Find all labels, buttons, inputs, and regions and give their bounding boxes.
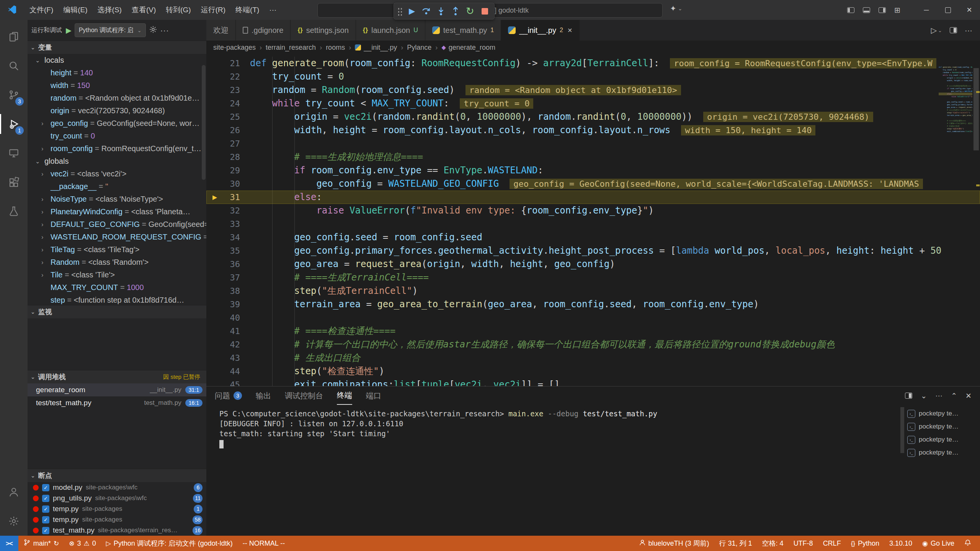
scrollbar-thumb[interactable] bbox=[973, 68, 979, 150]
editor-scrollbar[interactable] bbox=[972, 54, 980, 386]
variable-row[interactable]: height = 140 bbox=[28, 67, 206, 79]
minimap[interactable]: def generate_room(room_config: RoomReque… bbox=[939, 54, 972, 386]
variable-row[interactable]: random = <Random object at 0x1bf9d01e… bbox=[28, 92, 206, 104]
variable-row[interactable]: ›Random = <class 'Random'> bbox=[28, 256, 206, 269]
eol[interactable]: CRLF bbox=[818, 536, 846, 551]
remote-explorer-icon[interactable] bbox=[0, 139, 28, 168]
editor-tab[interactable]: __init__.py2✕ bbox=[501, 20, 580, 41]
panel-tab[interactable]: 调试控制台 bbox=[285, 386, 323, 405]
variable-row[interactable]: ›NoiseType = <class 'NoiseType'> bbox=[28, 193, 206, 205]
debug-restart-button[interactable]: ↻ bbox=[464, 5, 477, 18]
variable-row[interactable]: ›TileTag = <class 'TileTag'> bbox=[28, 243, 206, 256]
tab-close-icon[interactable]: ✕ bbox=[567, 27, 572, 34]
variables-group[interactable]: ⌄globals bbox=[28, 155, 206, 168]
code-line[interactable]: 44 step("检查连通性") bbox=[206, 365, 980, 378]
breadcrumb-item[interactable]: rooms bbox=[326, 44, 345, 52]
variable-row[interactable]: ›PlanetaryWindConfig = <class 'Planeta… bbox=[28, 205, 206, 218]
variable-row[interactable]: width = 150 bbox=[28, 79, 206, 92]
debug-config-dropdown[interactable]: Python 调试程序: 启 ⌄ bbox=[75, 23, 146, 37]
breakpoint-row[interactable]: ✓png_utils.pysite-packages\wfc11 bbox=[28, 493, 206, 504]
window-maximize-button[interactable] bbox=[937, 0, 959, 20]
breadcrumb-item[interactable]: site-packages bbox=[213, 44, 256, 52]
split-editor-icon[interactable] bbox=[950, 27, 957, 33]
code-line[interactable]: 41 # ====检查连通性==== bbox=[206, 324, 980, 338]
testing-icon[interactable] bbox=[0, 197, 28, 226]
callstack-frame[interactable]: test/test_math.pytest_math.py16:1 bbox=[28, 396, 206, 409]
menu-item[interactable]: 编辑(E) bbox=[58, 3, 92, 17]
encoding[interactable]: UTF-8 bbox=[789, 536, 818, 551]
terminal-session-item[interactable]: ›_pocketpy te… bbox=[905, 407, 980, 420]
vim-mode[interactable]: -- NORMAL -- bbox=[238, 536, 290, 551]
terminal-session-item[interactable]: ›_pocketpy te… bbox=[905, 446, 980, 459]
breadcrumb-item[interactable]: ◆generate_room bbox=[441, 44, 495, 52]
breakpoint-row[interactable]: ✓temp.pysite-packages58 bbox=[28, 514, 206, 525]
start-debug-icon[interactable]: ▶ bbox=[66, 26, 72, 35]
variable-row[interactable]: origin = vec2i(7205730, 9024468) bbox=[28, 104, 206, 117]
code-line[interactable]: 23 random = Random(room_config.seed)rand… bbox=[206, 83, 980, 97]
run-python-file-icon[interactable]: ▷⌄ bbox=[931, 26, 942, 35]
code-line[interactable]: 33 bbox=[206, 217, 980, 231]
code-line[interactable]: 28 # ====生成初始地理信息==== bbox=[206, 150, 980, 164]
more-actions-icon[interactable]: ··· bbox=[965, 26, 972, 35]
code-line[interactable]: 37 # ====生成TerrainCell==== bbox=[206, 271, 980, 284]
copilot-icon[interactable]: ✦⌄ bbox=[670, 4, 683, 13]
maximize-panel-icon[interactable]: ⌃ bbox=[951, 391, 957, 400]
panel-tab[interactable]: 端口 bbox=[366, 386, 381, 405]
menu-item[interactable]: ··· bbox=[264, 3, 281, 16]
source-control-icon[interactable]: 3 bbox=[0, 80, 28, 109]
variable-row[interactable]: __package__ = '' bbox=[28, 180, 206, 193]
toggle-secondary-sidebar-icon[interactable] bbox=[879, 7, 886, 13]
variable-row[interactable]: MAX_TRY_COUNT = 1000 bbox=[28, 281, 206, 294]
breadcrumb-item[interactable]: terrain_research bbox=[266, 44, 316, 52]
toggle-sidebar-icon[interactable] bbox=[847, 7, 854, 13]
git-branch[interactable]: main*↻ bbox=[18, 536, 64, 551]
code-line[interactable]: 32 raise ValueError(f"Invalid env type: … bbox=[206, 204, 980, 217]
menu-item[interactable]: 查看(V) bbox=[127, 3, 161, 17]
code-line[interactable]: 26 width, height = room_config.layout.n_… bbox=[206, 124, 980, 137]
breadcrumb-item[interactable]: __init__.py bbox=[355, 44, 397, 52]
menu-item[interactable]: 运行(R) bbox=[196, 3, 230, 17]
window-minimize-button[interactable]: ─ bbox=[916, 0, 937, 20]
more-actions-icon[interactable]: ··· bbox=[160, 26, 169, 35]
language-mode[interactable]: {}Python bbox=[846, 536, 884, 551]
code-line[interactable]: 27 bbox=[206, 137, 980, 150]
menu-item[interactable]: 转到(G) bbox=[161, 3, 196, 17]
indentation[interactable]: 空格: 4 bbox=[757, 536, 789, 551]
breakpoint-checkbox[interactable]: ✓ bbox=[42, 505, 49, 513]
code-line[interactable]: 36 geo_area = request_area(origin, width… bbox=[206, 258, 980, 271]
code-line[interactable]: 22 try_count = 0 bbox=[206, 70, 980, 83]
watch-header[interactable]: ⌄ 监视 bbox=[28, 305, 206, 318]
panel-tab[interactable]: 问题3 bbox=[215, 386, 242, 405]
callstack-frame[interactable]: generate_room__init__.py31:1 bbox=[28, 383, 206, 396]
editor-tab[interactable]: .gdignore bbox=[236, 20, 291, 41]
editor-tab[interactable]: 欢迎 bbox=[206, 20, 236, 41]
callstack-header[interactable]: ⌄ 调用堆栈 因 step 已暂停 bbox=[28, 370, 206, 383]
code-line[interactable]: 43 # 生成出口组合 bbox=[206, 351, 980, 365]
settings-gear-icon[interactable] bbox=[0, 507, 28, 536]
debug-gear-icon[interactable] bbox=[149, 25, 157, 35]
code-line[interactable]: 30 geo_config = WASTELAND_GEO_CONFIGgeo_… bbox=[206, 177, 980, 191]
code-line[interactable]: 39 terrain_area = geo_area_to_terrain(ge… bbox=[206, 298, 980, 311]
panel-tab[interactable]: 输出 bbox=[256, 386, 271, 405]
breadcrumb-item[interactable]: Pylance bbox=[407, 44, 431, 52]
variable-row[interactable]: ›room_config = RoomRequestConfig(env_t… bbox=[28, 142, 206, 155]
explorer-icon[interactable] bbox=[0, 22, 28, 51]
variable-row[interactable]: ›DEFAULT_GEO_CONFIG = GeoConfig(seed=1… bbox=[28, 218, 206, 231]
accounts-icon[interactable] bbox=[0, 478, 28, 507]
split-terminal-icon[interactable] bbox=[905, 393, 912, 399]
run-and-debug-icon[interactable]: 1 bbox=[0, 109, 28, 139]
menu-item[interactable]: 选择(S) bbox=[93, 3, 127, 17]
debug-toolbar-drag-handle[interactable] bbox=[397, 7, 402, 16]
close-panel-icon[interactable]: ✕ bbox=[965, 391, 972, 400]
debug-status[interactable]: ▷Python 调试程序: 启动文件 (godot-ldtk) bbox=[101, 536, 238, 551]
notifications[interactable] bbox=[959, 536, 976, 551]
problems[interactable]: ⊗3⚠0 bbox=[64, 536, 101, 551]
terminal-scrollbar[interactable] bbox=[900, 405, 905, 536]
python-version[interactable]: 3.10.10 bbox=[884, 536, 917, 551]
chevron-down-icon[interactable]: ⌄ bbox=[921, 391, 927, 400]
code-line[interactable]: 31 else: bbox=[206, 191, 980, 204]
code-line[interactable]: 21def generate_room(room_config: RoomReq… bbox=[206, 57, 980, 70]
code-editor[interactable]: 21def generate_room(room_config: RoomReq… bbox=[206, 54, 980, 386]
breakpoint-checkbox[interactable]: ✓ bbox=[42, 527, 49, 534]
cursor-position[interactable]: 行 31, 列 1 bbox=[714, 536, 757, 551]
